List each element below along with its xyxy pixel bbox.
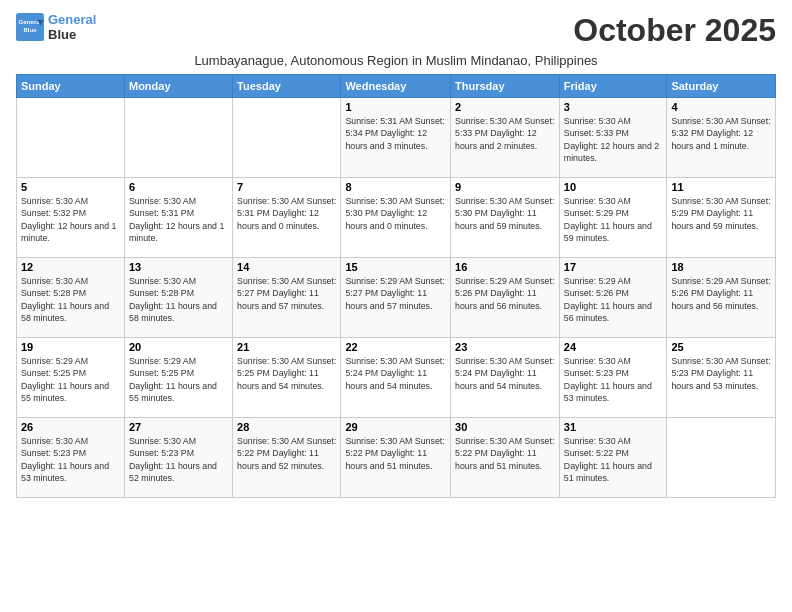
day-cell: 14Sunrise: 5:30 AM Sunset: 5:27 PM Dayli… bbox=[233, 258, 341, 338]
day-number: 27 bbox=[129, 421, 228, 433]
day-cell: 28Sunrise: 5:30 AM Sunset: 5:22 PM Dayli… bbox=[233, 418, 341, 498]
week-row-1: 1Sunrise: 5:31 AM Sunset: 5:34 PM Daylig… bbox=[17, 98, 776, 178]
day-cell: 10Sunrise: 5:30 AM Sunset: 5:29 PM Dayli… bbox=[559, 178, 667, 258]
week-row-3: 12Sunrise: 5:30 AM Sunset: 5:28 PM Dayli… bbox=[17, 258, 776, 338]
day-number: 11 bbox=[671, 181, 771, 193]
week-row-2: 5Sunrise: 5:30 AM Sunset: 5:32 PM Daylig… bbox=[17, 178, 776, 258]
day-info: Sunrise: 5:30 AM Sunset: 5:31 PM Dayligh… bbox=[129, 195, 228, 244]
day-cell: 3Sunrise: 5:30 AM Sunset: 5:33 PM Daylig… bbox=[559, 98, 667, 178]
day-info: Sunrise: 5:29 AM Sunset: 5:27 PM Dayligh… bbox=[345, 275, 446, 312]
day-cell: 7Sunrise: 5:30 AM Sunset: 5:31 PM Daylig… bbox=[233, 178, 341, 258]
day-number: 25 bbox=[671, 341, 771, 353]
day-number: 6 bbox=[129, 181, 228, 193]
day-info: Sunrise: 5:30 AM Sunset: 5:28 PM Dayligh… bbox=[129, 275, 228, 324]
day-info: Sunrise: 5:29 AM Sunset: 5:26 PM Dayligh… bbox=[671, 275, 771, 312]
col-tuesday: Tuesday bbox=[233, 75, 341, 98]
day-cell: 15Sunrise: 5:29 AM Sunset: 5:27 PM Dayli… bbox=[341, 258, 451, 338]
col-wednesday: Wednesday bbox=[341, 75, 451, 98]
day-info: Sunrise: 5:30 AM Sunset: 5:29 PM Dayligh… bbox=[671, 195, 771, 232]
day-info: Sunrise: 5:31 AM Sunset: 5:34 PM Dayligh… bbox=[345, 115, 446, 152]
day-info: Sunrise: 5:30 AM Sunset: 5:23 PM Dayligh… bbox=[671, 355, 771, 392]
day-number: 5 bbox=[21, 181, 120, 193]
day-cell: 16Sunrise: 5:29 AM Sunset: 5:26 PM Dayli… bbox=[451, 258, 560, 338]
day-info: Sunrise: 5:30 AM Sunset: 5:31 PM Dayligh… bbox=[237, 195, 336, 232]
subtitle: Lumbayanague, Autonomous Region in Musli… bbox=[16, 53, 776, 68]
day-number: 16 bbox=[455, 261, 555, 273]
day-cell bbox=[233, 98, 341, 178]
day-info: Sunrise: 5:30 AM Sunset: 5:24 PM Dayligh… bbox=[455, 355, 555, 392]
day-number: 2 bbox=[455, 101, 555, 113]
day-number: 8 bbox=[345, 181, 446, 193]
day-number: 28 bbox=[237, 421, 336, 433]
day-number: 9 bbox=[455, 181, 555, 193]
day-number: 22 bbox=[345, 341, 446, 353]
day-cell: 20Sunrise: 5:29 AM Sunset: 5:25 PM Dayli… bbox=[124, 338, 232, 418]
day-cell bbox=[124, 98, 232, 178]
day-number: 13 bbox=[129, 261, 228, 273]
svg-text:Blue: Blue bbox=[23, 26, 37, 33]
day-info: Sunrise: 5:30 AM Sunset: 5:28 PM Dayligh… bbox=[21, 275, 120, 324]
day-info: Sunrise: 5:30 AM Sunset: 5:30 PM Dayligh… bbox=[345, 195, 446, 232]
logo: General Blue General Blue bbox=[16, 12, 96, 42]
day-cell: 31Sunrise: 5:30 AM Sunset: 5:22 PM Dayli… bbox=[559, 418, 667, 498]
day-cell: 19Sunrise: 5:29 AM Sunset: 5:25 PM Dayli… bbox=[17, 338, 125, 418]
day-info: Sunrise: 5:30 AM Sunset: 5:23 PM Dayligh… bbox=[21, 435, 120, 484]
week-row-4: 19Sunrise: 5:29 AM Sunset: 5:25 PM Dayli… bbox=[17, 338, 776, 418]
day-cell: 12Sunrise: 5:30 AM Sunset: 5:28 PM Dayli… bbox=[17, 258, 125, 338]
day-info: Sunrise: 5:30 AM Sunset: 5:25 PM Dayligh… bbox=[237, 355, 336, 392]
day-info: Sunrise: 5:30 AM Sunset: 5:22 PM Dayligh… bbox=[564, 435, 663, 484]
day-cell: 4Sunrise: 5:30 AM Sunset: 5:32 PM Daylig… bbox=[667, 98, 776, 178]
logo-icon: General Blue bbox=[16, 13, 44, 41]
day-number: 29 bbox=[345, 421, 446, 433]
day-number: 4 bbox=[671, 101, 771, 113]
day-info: Sunrise: 5:30 AM Sunset: 5:32 PM Dayligh… bbox=[671, 115, 771, 152]
day-info: Sunrise: 5:29 AM Sunset: 5:26 PM Dayligh… bbox=[564, 275, 663, 324]
day-cell bbox=[17, 98, 125, 178]
day-info: Sunrise: 5:29 AM Sunset: 5:25 PM Dayligh… bbox=[129, 355, 228, 404]
day-info: Sunrise: 5:30 AM Sunset: 5:29 PM Dayligh… bbox=[564, 195, 663, 244]
day-number: 21 bbox=[237, 341, 336, 353]
day-number: 10 bbox=[564, 181, 663, 193]
day-info: Sunrise: 5:30 AM Sunset: 5:27 PM Dayligh… bbox=[237, 275, 336, 312]
day-cell: 13Sunrise: 5:30 AM Sunset: 5:28 PM Dayli… bbox=[124, 258, 232, 338]
day-number: 31 bbox=[564, 421, 663, 433]
day-info: Sunrise: 5:30 AM Sunset: 5:23 PM Dayligh… bbox=[129, 435, 228, 484]
day-number: 12 bbox=[21, 261, 120, 273]
day-cell: 5Sunrise: 5:30 AM Sunset: 5:32 PM Daylig… bbox=[17, 178, 125, 258]
day-cell: 25Sunrise: 5:30 AM Sunset: 5:23 PM Dayli… bbox=[667, 338, 776, 418]
day-info: Sunrise: 5:30 AM Sunset: 5:23 PM Dayligh… bbox=[564, 355, 663, 404]
day-info: Sunrise: 5:30 AM Sunset: 5:22 PM Dayligh… bbox=[345, 435, 446, 472]
day-cell: 17Sunrise: 5:29 AM Sunset: 5:26 PM Dayli… bbox=[559, 258, 667, 338]
col-saturday: Saturday bbox=[667, 75, 776, 98]
day-cell: 29Sunrise: 5:30 AM Sunset: 5:22 PM Dayli… bbox=[341, 418, 451, 498]
logo-line2: Blue bbox=[48, 27, 76, 42]
day-cell: 23Sunrise: 5:30 AM Sunset: 5:24 PM Dayli… bbox=[451, 338, 560, 418]
day-number: 19 bbox=[21, 341, 120, 353]
col-monday: Monday bbox=[124, 75, 232, 98]
day-cell: 18Sunrise: 5:29 AM Sunset: 5:26 PM Dayli… bbox=[667, 258, 776, 338]
day-cell: 1Sunrise: 5:31 AM Sunset: 5:34 PM Daylig… bbox=[341, 98, 451, 178]
day-cell: 22Sunrise: 5:30 AM Sunset: 5:24 PM Dayli… bbox=[341, 338, 451, 418]
day-cell: 9Sunrise: 5:30 AM Sunset: 5:30 PM Daylig… bbox=[451, 178, 560, 258]
day-number: 7 bbox=[237, 181, 336, 193]
day-info: Sunrise: 5:30 AM Sunset: 5:22 PM Dayligh… bbox=[455, 435, 555, 472]
col-thursday: Thursday bbox=[451, 75, 560, 98]
day-number: 1 bbox=[345, 101, 446, 113]
day-cell: 21Sunrise: 5:30 AM Sunset: 5:25 PM Dayli… bbox=[233, 338, 341, 418]
header-row: Sunday Monday Tuesday Wednesday Thursday… bbox=[17, 75, 776, 98]
day-cell: 30Sunrise: 5:30 AM Sunset: 5:22 PM Dayli… bbox=[451, 418, 560, 498]
day-number: 15 bbox=[345, 261, 446, 273]
day-info: Sunrise: 5:30 AM Sunset: 5:24 PM Dayligh… bbox=[345, 355, 446, 392]
day-number: 24 bbox=[564, 341, 663, 353]
day-number: 30 bbox=[455, 421, 555, 433]
day-number: 20 bbox=[129, 341, 228, 353]
day-info: Sunrise: 5:29 AM Sunset: 5:26 PM Dayligh… bbox=[455, 275, 555, 312]
day-cell bbox=[667, 418, 776, 498]
week-row-5: 26Sunrise: 5:30 AM Sunset: 5:23 PM Dayli… bbox=[17, 418, 776, 498]
day-number: 23 bbox=[455, 341, 555, 353]
day-number: 17 bbox=[564, 261, 663, 273]
day-info: Sunrise: 5:30 AM Sunset: 5:32 PM Dayligh… bbox=[21, 195, 120, 244]
day-cell: 26Sunrise: 5:30 AM Sunset: 5:23 PM Dayli… bbox=[17, 418, 125, 498]
day-info: Sunrise: 5:30 AM Sunset: 5:33 PM Dayligh… bbox=[455, 115, 555, 152]
col-sunday: Sunday bbox=[17, 75, 125, 98]
